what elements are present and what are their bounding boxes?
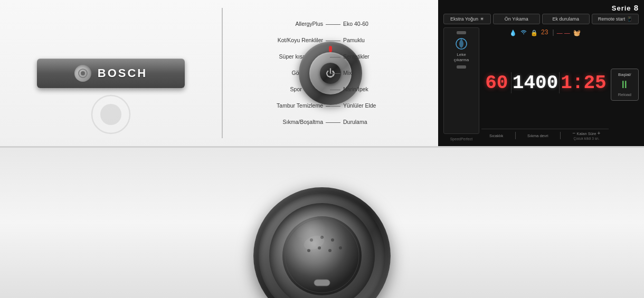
temperature-display[interactable]: 60 (484, 72, 510, 94)
brand-name: BOSCH (98, 66, 147, 80)
drum-interior-svg (280, 214, 364, 298)
digital-control-panel: Serie 8 Ekstra Yoğun ☀ Ön Yıkama Ek duru… (438, 0, 644, 146)
svg-rect-15 (314, 280, 330, 286)
lock-icon: 🔒 (531, 30, 538, 36)
ek-durulama-button[interactable]: Ek durulama (542, 14, 590, 24)
indicator-top (457, 31, 466, 34)
right-program-labels: Eko 40-60 Pamuklu Sentetikler Mix Narin/… (343, 11, 433, 136)
svg-point-13 (339, 246, 342, 249)
sikma-devri-label: Sıkma devri (527, 133, 548, 138)
program-label-narin: Narin/İpek (343, 85, 433, 93)
leke-cikarma-panel: Lekeçıkarma (443, 27, 479, 134)
leke-icon (455, 36, 468, 51)
reload-label: Reload (613, 92, 636, 97)
svg-point-12 (328, 249, 332, 252)
svg-point-3 (100, 104, 121, 125)
dash-icon: — — (557, 30, 570, 36)
program-label-allergy: AllergyPlus (228, 20, 323, 28)
plus-button[interactable]: + (598, 130, 601, 136)
speed-perfect-label: SpeedPerfect (443, 136, 479, 142)
start-button[interactable]: Başlat/ ⏸ Reload (611, 69, 639, 101)
spin-speed-display[interactable]: 1400 (513, 72, 558, 94)
drum-outer-ring (253, 187, 391, 298)
svg-point-8 (320, 236, 324, 239)
svg-point-7 (310, 238, 313, 242)
drum-middle-ring (259, 193, 385, 298)
program-label-mix: Mix (343, 69, 433, 77)
brand-section: BOSCH (0, 0, 222, 146)
remaining-time-display: 1:25 (561, 72, 606, 94)
program-selector-section: AllergyPlus Kot/Koyu Renkliler Süper kıs… (223, 0, 438, 146)
program-label-durulama: Durulama (343, 118, 433, 126)
divider-1 (553, 30, 554, 36)
basket-icon: 🧺 (573, 30, 581, 36)
indicator-bottom (457, 65, 466, 69)
label-divider-1 (515, 132, 516, 139)
wifi-icon (520, 30, 527, 36)
bosch-circle-icon (74, 65, 91, 82)
display-area: Lekeçıkarma SpeedPerfect 💧 (443, 27, 639, 142)
ekstra-yogun-button[interactable]: Ekstra Yoğun ☀ (443, 14, 491, 24)
program-label-yunlu: Yünlüler Elde (343, 102, 433, 110)
program-label-eko: Eko 40-60 (343, 20, 433, 28)
drum-inner (269, 203, 375, 298)
svg-point-1 (81, 71, 85, 75)
drum-area (0, 148, 644, 298)
top-control-panel: BOSCH AllergyPlus Kot/Koyu Renkliler Süp… (0, 0, 644, 148)
minus-button[interactable]: − (572, 130, 575, 136)
basla-label: Başlat/ (613, 72, 636, 77)
num-divider-1 (511, 72, 512, 93)
display-icons-row: 💧 🔒 23 (481, 27, 609, 38)
svg-text:23: 23 (541, 28, 548, 36)
water-drop-icon: 💧 (509, 30, 517, 36)
temperature-icon: 23 (541, 28, 550, 37)
bosch-watermark (90, 93, 132, 136)
bottom-labels-row: Sıcaklık Sıkma devri − Kalan Süre + Çocu… (481, 129, 609, 142)
main-display: 💧 🔒 23 (481, 27, 609, 142)
svg-point-9 (331, 238, 334, 242)
bosch-logo: BOSCH (37, 59, 185, 88)
on-yikama-button[interactable]: Ön Yıkama (493, 14, 541, 24)
label-divider-2 (560, 132, 561, 139)
program-label-sikma: Sıkma/Boşaltma (228, 118, 323, 126)
leke-label: Lekeçıkarma (454, 52, 469, 63)
big-numbers-row: 60 1400 1:25 (481, 39, 609, 127)
serie-label: Serie 8 (612, 3, 639, 12)
sicaklik-label: Sıcaklık (489, 133, 503, 138)
leke-panel: Lekeçıkarma SpeedPerfect (443, 27, 479, 142)
program-label-pamuklu: Pamuklu (343, 36, 433, 44)
start-panel: Başlat/ ⏸ Reload (611, 27, 639, 142)
play-pause-icon: ⏸ (613, 79, 636, 91)
kalan-sure-group: − Kalan Süre + Çocuk kilidi 3 sn. (572, 130, 600, 141)
num-divider-2 (559, 72, 560, 93)
washing-machine: BOSCH AllergyPlus Kot/Koyu Renkliler Süp… (0, 0, 644, 298)
program-label-sentetik: Sentetikler (343, 53, 433, 61)
top-function-buttons: Ekstra Yoğun ☀ Ön Yıkama Ek durulama Rem… (443, 14, 639, 24)
remote-start-button[interactable]: Remote start 📱 (592, 14, 639, 24)
drum-panel (0, 148, 644, 298)
